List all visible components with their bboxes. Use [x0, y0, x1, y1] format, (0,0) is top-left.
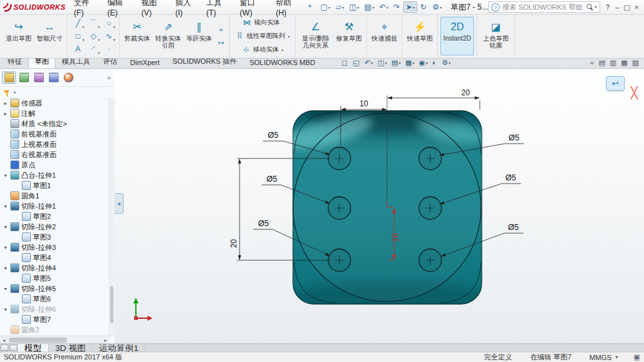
units-caret-icon[interactable]: ▾	[616, 354, 618, 360]
tree-item[interactable]: 右视基准面	[0, 149, 109, 160]
configurationmanager-tab[interactable]	[32, 71, 46, 84]
tree-item[interactable]: ▾ 切除-拉伸1	[0, 201, 109, 211]
design-library-icon[interactable]: ▥	[609, 57, 618, 68]
filter-funnel-icon[interactable]	[3, 90, 10, 97]
quick-snaps-button[interactable]: ⌖ 快速捕捉	[370, 17, 399, 55]
stretch-entities-icon[interactable]: ↦	[215, 37, 227, 48]
resources-icon[interactable]: ▤	[597, 57, 606, 68]
dim-text-middle-10[interactable]: 10	[391, 233, 400, 242]
dia-label[interactable]: Ø5	[509, 133, 520, 142]
tree-item[interactable]: ▸ 注解	[0, 108, 109, 119]
dia-label[interactable]: Ø5	[508, 223, 519, 232]
displaymanager-tab[interactable]	[61, 71, 75, 84]
linear-pattern-button[interactable]: ⠿ 线性草图阵列 ▾	[232, 30, 292, 42]
polygon-tool-icon[interactable]: ◇▾	[86, 30, 101, 43]
dimxpertmanager-tab[interactable]	[46, 71, 61, 84]
spline-tool-icon[interactable]: ∿▾	[101, 30, 117, 43]
panel-flyout-arrow[interactable]: ◂	[115, 193, 124, 214]
menu-item[interactable]: 工具(T)	[202, 0, 235, 17]
edit-appearance-button[interactable]: ◐	[430, 57, 439, 68]
menu-item[interactable]: 插入(I)	[171, 0, 202, 17]
expand-arrow-icon[interactable]: ▾	[3, 265, 8, 271]
view-settings-button[interactable]: ⚙▾	[440, 57, 453, 68]
redo-icon[interactable]: ↷	[391, 1, 403, 13]
convert-entities-button[interactable]: ⇗ 转换实体引用	[153, 17, 183, 55]
zoom-to-fit-button[interactable]: ◻	[340, 57, 350, 68]
view-orientation-button[interactable]: ▤▾	[390, 57, 402, 68]
close-button[interactable]: ×	[632, 3, 641, 11]
display-style-button[interactable]: ▦▾	[403, 57, 416, 68]
tab-scroll-icon[interactable]	[10, 345, 17, 351]
tree-item[interactable]: 草图5	[0, 273, 109, 283]
expand-arrow-icon[interactable]: ▸	[3, 111, 8, 117]
search-caret-icon[interactable]: ▾	[594, 5, 597, 10]
help-search-box[interactable]: ? 搜索 SOLIDWORKS 帮助 ▾	[488, 1, 600, 13]
tab-list-icon[interactable]	[1, 345, 8, 351]
tree-item[interactable]: 圆角2	[0, 325, 109, 335]
dimension-top-20[interactable]	[388, 98, 480, 110]
print-icon[interactable]: ▤▾	[362, 1, 377, 13]
offset-entities-button[interactable]: ∥ 等距实体	[184, 17, 214, 55]
maximize-button[interactable]: ▢	[622, 3, 632, 12]
graphics-area[interactable]: 10 20 20	[115, 68, 644, 344]
display-delete-relations-button[interactable]: ∠ 显示/删除几何关系	[298, 17, 333, 55]
units-selector[interactable]: MMGS	[589, 354, 611, 361]
view-palette-icon[interactable]: ▧	[631, 57, 640, 68]
new-document-icon[interactable]: ▢▾	[318, 1, 333, 13]
rapid-sketch-button[interactable]: ⚡ 快速草图	[405, 17, 435, 55]
tree-item[interactable]: ▾ 切除-拉伸4	[0, 263, 109, 273]
dia-label[interactable]: Ø5	[268, 131, 279, 140]
tree-item[interactable]: ▾ 切除-拉伸5	[0, 283, 109, 294]
shaded-sketch-contours-button[interactable]: ◪ 上色草图轮廓	[480, 17, 512, 55]
tree-item[interactable]: 前视基准面	[0, 129, 109, 139]
panel-chevron-icon[interactable]: »	[107, 74, 113, 81]
circle-tool-icon[interactable]: ○▾	[101, 17, 117, 30]
statusbar-pane-icon[interactable]: ▣	[634, 353, 640, 361]
tree-item[interactable]: 圆角1	[0, 191, 109, 201]
dia-label[interactable]: Ø5	[258, 219, 269, 228]
expand-arrow-icon[interactable]: ▾	[3, 245, 8, 251]
expand-arrow-icon[interactable]: ▾	[3, 307, 8, 312]
tree-item[interactable]: 材质 <未指定>	[0, 119, 109, 129]
expand-arrow-icon[interactable]: ▾	[3, 224, 8, 230]
tree-item[interactable]: ▾ 切除-拉伸3	[0, 242, 109, 252]
smart-dimension-button[interactable]: ↔ 智能尺寸	[35, 17, 64, 55]
line-tool-icon[interactable]: ╱▾	[70, 17, 86, 30]
text-tool-icon[interactable]: A	[70, 43, 86, 55]
minimize-button[interactable]: –	[612, 3, 622, 11]
exit-sketch-button[interactable]: ↪ 退出草图	[4, 17, 33, 55]
help-button[interactable]: ?	[603, 3, 612, 11]
save-icon[interactable]: ◫▾	[346, 1, 361, 13]
expand-arrow-icon[interactable]: ▸	[3, 100, 8, 106]
cancel-sketch-button[interactable]: ╳	[631, 88, 638, 99]
dia-label[interactable]: Ø5	[267, 175, 278, 184]
pin-menubar-icon[interactable]: *	[308, 3, 312, 12]
options-icon[interactable]: ⚙▾	[430, 1, 444, 13]
propertymanager-tab[interactable]	[17, 71, 31, 84]
dice-face[interactable]	[279, 99, 488, 314]
tree-vertical-scrollbar[interactable]	[109, 98, 115, 336]
previous-view-button[interactable]: ↶▾	[363, 57, 375, 68]
menu-item[interactable]: 文件(F)	[70, 0, 103, 17]
trim-entities-button[interactable]: ✂ 剪裁实体	[122, 17, 152, 55]
tree-item[interactable]: 草图1	[0, 180, 109, 191]
tree-item[interactable]: ▾ 切除-拉伸6	[0, 304, 109, 314]
dim-text-top-20[interactable]: 20	[461, 88, 470, 97]
dim-text-top-10[interactable]: 10	[359, 99, 368, 108]
tree-item[interactable]: 上视基准面	[0, 139, 109, 149]
open-icon[interactable]: ▱▾	[333, 1, 346, 13]
menu-item[interactable]: 编辑(E)	[103, 0, 137, 17]
menu-item[interactable]: 帮助(H)	[271, 0, 305, 17]
menu-item[interactable]: 窗口(W)	[235, 0, 271, 17]
undo-icon[interactable]: ↶▾	[377, 1, 391, 13]
dia-label[interactable]: Ø5	[506, 173, 516, 182]
exit-sketch-confirm-button[interactable]: ↩	[606, 76, 625, 91]
expand-arrow-icon[interactable]: ▾	[3, 173, 8, 178]
dim-text-left-20[interactable]: 20	[229, 239, 238, 248]
hide-show-items-button[interactable]: ◉▾	[417, 57, 430, 68]
tree-item[interactable]: 原点	[0, 160, 109, 170]
point-tool-icon[interactable]: ·	[101, 43, 117, 55]
featuremanager-tab[interactable]	[2, 71, 16, 84]
expand-arrow-icon[interactable]: ▾	[3, 204, 8, 209]
tree-item[interactable]: 草图4	[0, 252, 109, 263]
